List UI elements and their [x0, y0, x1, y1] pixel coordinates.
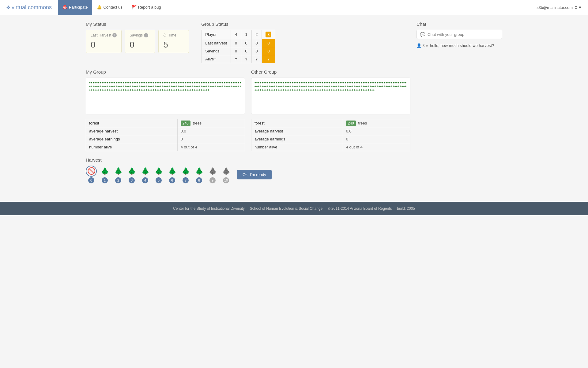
- harvest-item-3[interactable]: 🌲3: [126, 166, 137, 183]
- chat-input[interactable]: [428, 32, 499, 37]
- tree-icon: ♠: [357, 81, 359, 84]
- tree-icon: ♠: [206, 85, 208, 88]
- tree-icon: ♠: [213, 81, 215, 84]
- tree-icon: ♠: [263, 81, 265, 84]
- tree-icon: ♠: [263, 85, 265, 88]
- tree-icon: ♠: [89, 81, 91, 84]
- tree-icon: ♠: [98, 85, 100, 88]
- footer-copyright: © 2011-2014 Arizona Board of Regents: [328, 206, 392, 211]
- last-harvest-info-icon[interactable]: i: [112, 33, 117, 37]
- dropdown-arrow[interactable]: ▼: [578, 5, 582, 10]
- tree-icon: ♠: [400, 85, 401, 88]
- gear-icon[interactable]: ⚙: [574, 5, 578, 10]
- harvest-number-badge: 3: [129, 177, 135, 183]
- harvest-number-badge: 10: [223, 177, 229, 183]
- harvest-item-1[interactable]: 🌲1: [99, 166, 110, 183]
- tree-icon: ♠: [348, 81, 350, 84]
- my-forest-label: forest: [86, 119, 178, 127]
- tree-icon: ♠: [134, 81, 135, 84]
- harvest-tree-icon: 🚫: [86, 166, 97, 177]
- nav-report[interactable]: 🚩 Report a bug: [127, 0, 166, 15]
- tree-icon: ♠: [206, 81, 208, 84]
- tree-icon: ♠: [137, 85, 138, 88]
- savings-card: Savings i 0: [125, 30, 155, 53]
- gs-sv-2: 0: [241, 47, 251, 55]
- harvest-tree-icon: 🌲: [153, 166, 164, 177]
- harvest-number-badge: 5: [156, 177, 162, 183]
- tree-icon: ♠: [169, 85, 170, 88]
- tree-icon: ♠: [343, 88, 345, 92]
- tree-icon: ♠: [334, 85, 336, 88]
- report-icon: 🚩: [132, 5, 137, 10]
- harvest-item-7[interactable]: 🌲7: [180, 166, 191, 183]
- harvest-tree-icon: 🌲: [99, 166, 110, 177]
- tree-icon: ♠: [306, 81, 307, 84]
- tree-icon: ♠: [110, 81, 112, 84]
- tree-icon: ♠: [155, 85, 156, 88]
- nav-contact[interactable]: 🔔 Contact us: [92, 0, 127, 15]
- tree-icon: ♠: [368, 88, 369, 92]
- tree-icon: ♠: [295, 85, 297, 88]
- tree-icon: ♠: [132, 85, 133, 88]
- tree-icon: ♠: [318, 88, 320, 92]
- tree-icon: ♠: [218, 85, 220, 88]
- tree-icon: ♠: [323, 85, 325, 88]
- tree-icon: ♠: [167, 81, 168, 84]
- harvest-item-6[interactable]: 🌲6: [167, 166, 178, 183]
- tree-icon: ♠: [229, 85, 231, 88]
- harvest-item-9[interactable]: 🌲9: [207, 166, 218, 183]
- tree-icon: ♠: [276, 88, 277, 92]
- tree-icon: ♠: [213, 85, 215, 88]
- tree-icon: ♠: [96, 81, 98, 84]
- tree-icon: ♠: [343, 81, 345, 84]
- tree-icon: ♠: [126, 81, 128, 84]
- other-group-section: Other Group ♠♠♠♠♠♠♠♠♠♠♠♠♠♠♠♠♠♠♠♠♠♠♠♠♠♠♠♠…: [251, 69, 410, 151]
- my-group-forest: ♠♠♠♠♠♠♠♠♠♠♠♠♠♠♠♠♠♠♠♠♠♠♠♠♠♠♠♠♠♠♠♠♠♠♠♠♠♠♠♠…: [86, 78, 245, 114]
- tree-icon: ♠: [96, 85, 98, 88]
- harvest-item-5[interactable]: 🌲5: [153, 166, 164, 183]
- tree-icon: ♠: [121, 88, 123, 92]
- tree-icon: ♠: [315, 88, 316, 92]
- harvest-item-0[interactable]: 🚫0: [86, 166, 97, 183]
- tree-icon: ♠: [202, 85, 204, 88]
- harvest-number-badge: 6: [169, 177, 175, 183]
- savings-info-icon[interactable]: i: [144, 33, 148, 37]
- tree-icon: ♠: [164, 85, 165, 88]
- tree-icon: ♠: [100, 85, 101, 88]
- harvest-item-4[interactable]: 🌲4: [140, 166, 151, 183]
- chat-input-container[interactable]: 💬: [417, 30, 502, 39]
- tree-icon: ♠: [141, 85, 142, 88]
- tree-icon: ♠: [398, 81, 399, 84]
- harvest-item-2[interactable]: 🌲2: [113, 166, 124, 183]
- tree-icon: ♠: [300, 85, 302, 88]
- tree-icon: ♠: [256, 85, 258, 88]
- tree-icon: ♠: [101, 88, 103, 92]
- brand-logo[interactable]: ❖ virtual commons: [6, 4, 52, 11]
- tree-icon: ♠: [192, 81, 193, 84]
- tree-icon: ♠: [260, 81, 261, 84]
- my-group-stats-table: forest 240 trees average harvest 0.0 ave…: [86, 119, 245, 151]
- harvest-item-8[interactable]: 🌲8: [194, 166, 205, 183]
- tree-icon: ♠: [217, 85, 218, 88]
- tree-icon: ♠: [94, 85, 96, 88]
- tree-icon: ♠: [380, 85, 382, 88]
- gs-alive-1: Y: [231, 55, 241, 63]
- chat-bubble-icon: 💬: [420, 32, 425, 37]
- tree-icon: ♠: [187, 85, 188, 88]
- nav-participate[interactable]: 🎯 Participate: [58, 0, 92, 15]
- tree-icon: ♠: [359, 81, 360, 84]
- ok-ready-button[interactable]: Ok, I'm ready: [237, 170, 272, 179]
- groups-row: My Group ♠♠♠♠♠♠♠♠♠♠♠♠♠♠♠♠♠♠♠♠♠♠♠♠♠♠♠♠♠♠♠…: [86, 69, 410, 151]
- tree-icon: ♠: [130, 85, 131, 88]
- tree-icon: ♠: [148, 88, 149, 92]
- tree-icon: ♠: [232, 85, 234, 88]
- tree-icon: ♠: [98, 88, 100, 92]
- tree-icon: ♠: [302, 85, 304, 88]
- harvest-item-10[interactable]: 🌲10: [221, 166, 232, 183]
- tree-icon: ♠: [194, 81, 195, 84]
- tree-icon: ♠: [329, 85, 330, 88]
- tree-icon: ♠: [267, 88, 268, 92]
- tree-icon: ♠: [172, 85, 174, 88]
- tree-icon: ♠: [267, 85, 268, 88]
- tree-icon: ♠: [107, 85, 108, 88]
